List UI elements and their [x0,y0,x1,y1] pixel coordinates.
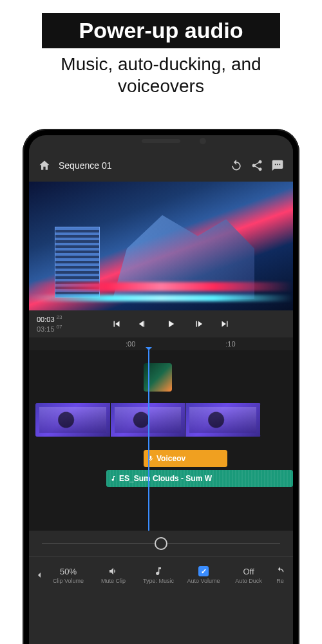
music-note-icon [110,475,117,482]
timecode: 00:03 23 03:15 07 [37,314,75,334]
banner-title: Power-up audio [42,13,280,48]
mute-clip-tool[interactable]: Mute Clip [91,565,136,585]
music-icon [153,566,164,576]
play-icon[interactable] [165,318,176,330]
voiceover-label: Voiceov [156,454,185,463]
playhead[interactable] [148,350,149,531]
ruler-mark: :10 [225,340,235,348]
tools-prev-icon[interactable] [33,570,46,580]
auto-duck-tool[interactable]: Off Auto Duck [226,565,271,585]
tool-partial[interactable]: Re [271,565,289,585]
skip-start-icon[interactable] [111,318,122,330]
checkbox-checked-icon [198,566,209,576]
voiceover-clip[interactable]: Voiceov [144,450,227,467]
timeline[interactable]: Voiceov ES_Sum Clouds - Sum W [29,350,293,531]
video-preview[interactable] [29,182,293,310]
video-clip[interactable] [35,403,111,437]
phone-frame: Sequence 01 00:03 23 03:15 07 [23,129,299,644]
playback-bar: 00:03 23 03:15 07 [29,310,293,337]
ruler-mark: :00 [126,340,135,348]
auto-volume-tool[interactable]: Auto Volume [181,565,226,585]
home-icon[interactable] [38,159,51,172]
top-bar: Sequence 01 [29,149,293,182]
music-label: ES_Sum Clouds - Sum W [119,474,212,483]
frame-back-icon[interactable] [138,318,149,330]
tool-row: 50% Clip Volume Mute Clip Type: Music Au… [29,556,293,594]
video-clip[interactable] [185,403,261,437]
scrub-bar[interactable] [29,531,293,556]
skip-end-icon[interactable] [219,318,231,330]
frame-forward-icon[interactable] [192,318,204,330]
banner-subtitle: Music, auto-ducking, and voiceovers [42,53,280,97]
scrub-knob[interactable] [155,537,167,550]
share-icon[interactable] [251,159,263,172]
time-ruler[interactable]: :00 :10 [29,337,293,350]
clip-volume-tool[interactable]: 50% Clip Volume [46,565,91,585]
sequence-title[interactable]: Sequence 01 [59,160,222,171]
music-clip[interactable]: ES_Sum Clouds - Sum W [106,470,293,487]
speaker-icon [108,566,118,576]
type-music-tool[interactable]: Type: Music [136,565,181,585]
app-screen: Sequence 01 00:03 23 03:15 07 [29,135,293,644]
undo-icon[interactable] [230,159,243,172]
comment-icon[interactable] [271,159,284,172]
